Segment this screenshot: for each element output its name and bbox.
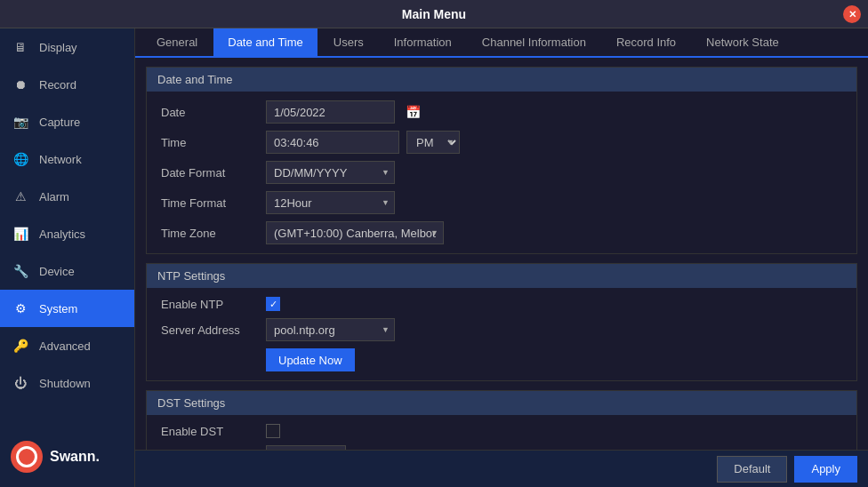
record-icon: ⏺ — [11, 75, 30, 94]
ntp-section: NTP Settings Enable NTP Server Address — [146, 263, 857, 381]
time-input[interactable] — [266, 131, 399, 154]
title-bar: Main Menu ✕ — [0, 0, 868, 28]
close-button[interactable]: ✕ — [843, 5, 861, 23]
date-format-select[interactable]: DD/MM/YYYY MM/DD/YYYY YYYY/MM/DD — [266, 161, 395, 184]
sidebar-item-system[interactable]: ⚙ System — [0, 290, 134, 327]
tabs: General Date and Time Users Information … — [135, 28, 868, 58]
ampm-wrapper: PM AM — [406, 131, 460, 154]
alarm-icon: ⚠ — [11, 187, 30, 206]
enable-ntp-label: Enable NTP — [161, 298, 259, 311]
sidebar-item-display[interactable]: 🖥 Display — [0, 28, 134, 66]
system-icon: ⚙ — [11, 299, 30, 318]
tab-users[interactable]: Users — [319, 28, 378, 58]
sidebar: 🖥 Display ⏺ Record 📷 Capture 🌐 Network ⚠… — [0, 28, 135, 487]
time-format-select[interactable]: 12Hour 24Hour — [266, 191, 395, 214]
shutdown-icon: ⏻ — [11, 373, 30, 393]
tab-date-time[interactable]: Date and Time — [213, 28, 317, 58]
server-address-row: Server Address pool.ntp.org — [161, 318, 842, 341]
tab-channel-information[interactable]: Channel Information — [468, 28, 600, 58]
sidebar-item-shutdown[interactable]: ⏻ Shutdown — [0, 364, 134, 402]
dst-section: DST Settings Enable DST Time Offset — [146, 390, 857, 450]
display-icon: 🖥 — [11, 37, 30, 57]
date-time-section-body: Date 📅 Time PM AM — [147, 92, 856, 253]
timezone-select[interactable]: (GMT+10:00) Canberra, Melbour... — [266, 221, 444, 244]
window-body: 🖥 Display ⏺ Record 📷 Capture 🌐 Network ⚠… — [0, 28, 868, 487]
sidebar-label-display: Display — [39, 41, 77, 54]
dst-section-header: DST Settings — [147, 391, 856, 415]
enable-ntp-row: Enable NTP — [161, 297, 842, 311]
sidebar-item-capture[interactable]: 📷 Capture — [0, 103, 134, 140]
time-format-label: Time Format — [161, 196, 259, 210]
analytics-icon: 📊 — [11, 224, 30, 244]
sidebar-item-device[interactable]: 🔧 Device — [0, 252, 134, 290]
time-row: Time PM AM — [161, 131, 842, 154]
main-content: General Date and Time Users Information … — [135, 28, 868, 487]
tab-information[interactable]: Information — [380, 28, 466, 58]
time-format-wrapper: 12Hour 24Hour — [266, 191, 395, 214]
default-button[interactable]: Default — [717, 456, 787, 483]
server-address-label: Server Address — [161, 323, 259, 337]
timezone-wrapper: (GMT+10:00) Canberra, Melbour... — [266, 221, 444, 244]
network-icon: 🌐 — [11, 149, 30, 169]
tab-general[interactable]: General — [142, 28, 212, 58]
swann-circle-icon — [11, 441, 43, 473]
window-title: Main Menu — [402, 7, 466, 21]
enable-ntp-checkbox[interactable] — [266, 297, 280, 311]
time-label: Time — [161, 136, 259, 149]
sidebar-item-analytics[interactable]: 📊 Analytics — [0, 215, 134, 252]
date-format-wrapper: DD/MM/YYYY MM/DD/YYYY YYYY/MM/DD — [266, 161, 395, 184]
advanced-icon: 🔑 — [11, 336, 30, 355]
calendar-icon[interactable]: 📅 — [402, 103, 424, 121]
date-time-section-header: Date and Time — [147, 68, 856, 92]
enable-dst-checkbox[interactable] — [266, 424, 280, 438]
timezone-label: Time Zone — [161, 227, 259, 240]
sidebar-item-network[interactable]: 🌐 Network — [0, 140, 134, 178]
sidebar-label-device: Device — [39, 265, 75, 278]
sidebar-label-shutdown: Shutdown — [39, 377, 91, 390]
sidebar-label-analytics: Analytics — [39, 228, 85, 241]
sidebar-label-alarm: Alarm — [39, 190, 69, 204]
sidebar-label-advanced: Advanced — [39, 339, 91, 353]
sidebar-item-record[interactable]: ⏺ Record — [0, 66, 134, 103]
device-icon: 🔧 — [11, 261, 30, 281]
sidebar-item-advanced[interactable]: 🔑 Advanced — [0, 327, 134, 364]
swann-logo: Swann. — [0, 427, 134, 487]
capture-icon: 📷 — [11, 112, 30, 132]
sidebar-label-network: Network — [39, 153, 82, 166]
enable-dst-row: Enable DST — [161, 424, 842, 438]
update-now-button[interactable]: Update Now — [266, 348, 355, 371]
tab-network-state[interactable]: Network State — [692, 28, 793, 58]
ampm-select[interactable]: PM AM — [406, 131, 460, 154]
ntp-section-body: Enable NTP Server Address pool.ntp.org — [147, 288, 856, 380]
dst-section-body: Enable DST Time Offset 1Hour 2Hour — [147, 415, 856, 450]
date-format-label: Date Format — [161, 166, 259, 180]
apply-button[interactable]: Apply — [794, 456, 857, 483]
ntp-section-header: NTP Settings — [147, 264, 856, 288]
date-input[interactable] — [266, 100, 395, 124]
tab-record-info[interactable]: Record Info — [602, 28, 690, 58]
time-offset-wrapper: 1Hour 2Hour — [266, 445, 346, 450]
sidebar-label-capture: Capture — [39, 116, 80, 129]
ntp-server-wrapper: pool.ntp.org — [266, 318, 395, 341]
timezone-row: Time Zone (GMT+10:00) Canberra, Melbour.… — [161, 221, 842, 244]
bottom-bar: Default Apply — [135, 450, 868, 487]
update-now-row: Update Now — [161, 348, 842, 371]
date-format-row: Date Format DD/MM/YYYY MM/DD/YYYY YYYY/M… — [161, 161, 842, 184]
ntp-server-select[interactable]: pool.ntp.org — [266, 318, 395, 341]
date-row: Date 📅 — [161, 100, 842, 124]
enable-dst-label: Enable DST — [161, 425, 259, 438]
date-label: Date — [161, 106, 259, 119]
sidebar-item-alarm[interactable]: ⚠ Alarm — [0, 178, 134, 215]
swann-text: Swann. — [50, 449, 100, 465]
sidebar-label-system: System — [39, 302, 77, 315]
content-area: Date and Time Date 📅 Time — [135, 58, 868, 450]
time-offset-select[interactable]: 1Hour 2Hour — [266, 445, 346, 450]
date-time-section: Date and Time Date 📅 Time — [146, 67, 857, 254]
main-window: Main Menu ✕ 🖥 Display ⏺ Record 📷 Capture… — [0, 0, 868, 487]
time-format-row: Time Format 12Hour 24Hour — [161, 191, 842, 214]
sidebar-label-record: Record — [39, 78, 76, 92]
